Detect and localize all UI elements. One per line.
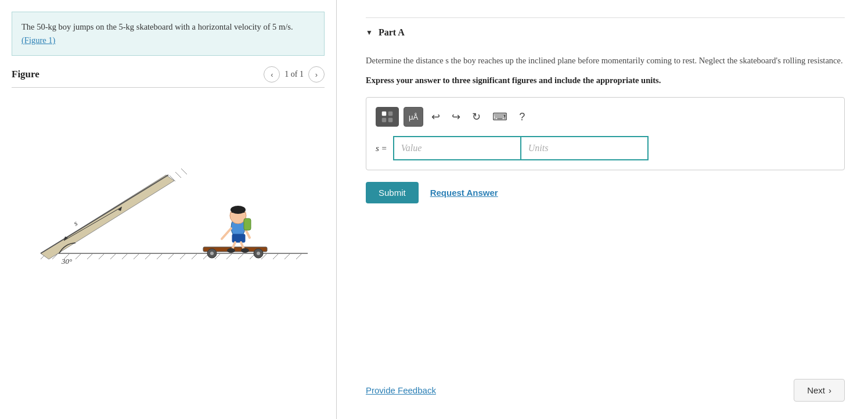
svg-line-31 <box>64 207 122 241</box>
refresh-icon: ↻ <box>472 110 481 123</box>
feedback-link[interactable]: Provide Feedback <box>366 385 436 395</box>
part-title: Part A <box>379 27 405 38</box>
svg-line-4 <box>75 253 81 259</box>
request-answer-button[interactable]: Request Answer <box>430 188 498 198</box>
svg-line-5 <box>87 253 93 259</box>
svg-point-46 <box>230 206 246 214</box>
svg-rect-51 <box>388 112 392 116</box>
svg-rect-49 <box>244 219 251 230</box>
figure-prev-button[interactable]: ‹ <box>264 66 280 83</box>
right-panel: ▼ Part A Determine the distance s the bo… <box>337 0 868 419</box>
svg-line-27 <box>175 172 181 178</box>
figure-area: 30° s <box>12 88 325 419</box>
part-header: ▼ Part A <box>366 17 845 45</box>
svg-line-18 <box>238 253 244 259</box>
svg-rect-50 <box>382 112 386 116</box>
figure-illustration: 30° s <box>29 99 308 285</box>
help-icon: ? <box>519 111 525 123</box>
svg-text:s: s <box>72 219 79 228</box>
next-label: Next <box>807 385 825 395</box>
svg-line-17 <box>226 253 232 259</box>
matrix-icon <box>381 110 394 123</box>
svg-point-37 <box>210 252 214 255</box>
svg-line-8 <box>122 253 128 259</box>
action-row: Submit Request Answer <box>366 182 845 203</box>
svg-rect-52 <box>382 118 386 122</box>
answer-container: μÅ ↩ ↪ ↻ ⌨ ? s = <box>366 97 845 170</box>
variable-label: s = <box>376 144 387 153</box>
bottom-row: Provide Feedback Next › <box>366 367 845 402</box>
svg-point-38 <box>257 252 260 255</box>
keyboard-button[interactable]: ⌨ <box>489 107 511 127</box>
svg-line-23 <box>296 253 302 259</box>
problem-text: The 50-kg boy jumps on the 5-kg skateboa… <box>21 22 293 31</box>
svg-point-44 <box>241 248 249 253</box>
redo-icon: ↪ <box>452 110 460 123</box>
figure-link[interactable]: (Figure 1) <box>21 35 55 45</box>
figure-next-button[interactable]: › <box>308 66 325 83</box>
figure-page-indicator: 1 of 1 <box>284 70 304 79</box>
left-panel: The 50-kg boy jumps on the 5-kg skateboa… <box>0 0 337 419</box>
svg-rect-40 <box>232 234 245 242</box>
undo-icon: ↩ <box>431 110 440 123</box>
units-icon-label: μÅ <box>409 113 418 121</box>
svg-point-43 <box>227 248 235 253</box>
keyboard-icon: ⌨ <box>492 110 507 123</box>
svg-line-6 <box>99 253 105 259</box>
svg-line-10 <box>145 253 151 259</box>
units-button[interactable]: μÅ <box>404 107 423 127</box>
svg-line-47 <box>222 228 231 239</box>
redo-button[interactable]: ↪ <box>448 107 464 127</box>
next-button[interactable]: Next › <box>794 379 845 402</box>
svg-line-9 <box>134 253 139 259</box>
svg-line-25 <box>41 175 168 253</box>
figure-svg-container: 30° s <box>12 94 325 297</box>
svg-marker-24 <box>41 175 174 259</box>
submit-button[interactable]: Submit <box>366 182 419 203</box>
toolbar: μÅ ↩ ↪ ↻ ⌨ ? <box>376 107 835 127</box>
figure-scroll[interactable]: 30° s <box>12 88 325 419</box>
help-button[interactable]: ? <box>516 107 528 127</box>
value-input[interactable] <box>393 136 521 160</box>
svg-line-22 <box>284 253 290 259</box>
express-instruction: Express your answer to three significant… <box>366 76 845 85</box>
figure-header: Figure ‹ 1 of 1 › <box>12 66 325 83</box>
undo-button[interactable]: ↩ <box>428 107 444 127</box>
svg-rect-53 <box>388 118 392 122</box>
svg-line-12 <box>168 253 174 259</box>
next-arrow-icon: › <box>829 385 831 395</box>
svg-text:30°: 30° <box>61 257 72 266</box>
problem-box: The 50-kg boy jumps on the 5-kg skateboa… <box>12 12 325 56</box>
units-input[interactable] <box>521 136 649 160</box>
question-text: Determine the distance s the boy reaches… <box>366 54 845 67</box>
figure-nav-controls: ‹ 1 of 1 › <box>264 66 325 83</box>
input-row: s = <box>376 136 835 160</box>
svg-line-7 <box>110 253 116 259</box>
svg-line-11 <box>157 253 163 259</box>
svg-line-13 <box>180 253 186 259</box>
svg-line-14 <box>192 253 197 259</box>
svg-line-28 <box>181 169 187 174</box>
matrix-button[interactable] <box>376 107 399 127</box>
figure-title: Figure <box>12 69 39 80</box>
svg-line-21 <box>273 253 279 259</box>
part-collapse-icon[interactable]: ▼ <box>366 28 373 37</box>
refresh-button[interactable]: ↻ <box>469 107 484 127</box>
